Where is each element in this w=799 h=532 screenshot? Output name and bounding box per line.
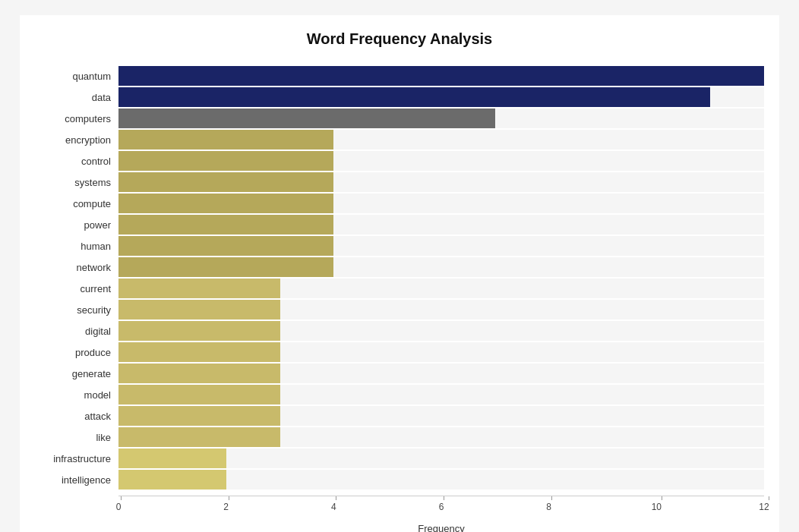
bar-track — [118, 257, 764, 277]
x-tick-label: 2 — [223, 502, 229, 512]
bar-label: generate — [35, 368, 118, 379]
bar-track — [118, 151, 764, 171]
bar-row: encryption — [35, 130, 764, 150]
x-tick: 10 — [656, 496, 666, 512]
bar-row: computers — [35, 109, 764, 128]
bar-track — [118, 406, 764, 426]
bar-label: data — [35, 92, 118, 103]
bar-fill — [118, 406, 280, 426]
bar-label: compute — [35, 198, 118, 209]
bar-track — [118, 364, 764, 383]
bar-row: security — [35, 300, 764, 320]
bar-label: digital — [35, 326, 118, 337]
bar-fill — [118, 300, 280, 320]
x-tick-line — [662, 496, 662, 500]
bar-row: control — [35, 151, 764, 171]
bar-label: attack — [35, 411, 118, 422]
x-tick: 8 — [549, 496, 554, 512]
x-tick-line — [336, 496, 336, 500]
bar-row: like — [35, 427, 764, 447]
bar-track — [118, 449, 764, 468]
bar-row: digital — [35, 321, 764, 341]
bar-fill — [118, 364, 280, 383]
bar-fill — [118, 215, 333, 235]
bar-track — [118, 130, 764, 150]
bar-fill — [118, 321, 280, 341]
bar-fill — [118, 151, 333, 171]
x-tick-label: 0 — [116, 502, 122, 512]
bar-label: current — [35, 283, 118, 294]
bar-track — [118, 109, 764, 128]
bar-fill — [118, 279, 280, 298]
bar-row: intelligence — [35, 470, 764, 490]
x-axis-label: Frequency — [118, 523, 764, 532]
bar-row: produce — [35, 342, 764, 362]
x-axis: 024681012 — [118, 496, 764, 518]
x-tick-line — [121, 496, 122, 500]
bar-fill — [118, 427, 280, 447]
bar-row: quantum — [35, 66, 764, 86]
x-tick-label: 12 — [759, 502, 769, 512]
bar-row: systems — [35, 172, 764, 192]
bar-row: attack — [35, 406, 764, 426]
bar-fill — [118, 449, 226, 468]
bar-fill — [118, 194, 333, 213]
bar-label: intelligence — [35, 474, 118, 486]
x-axis-area: 024681012 Frequency — [35, 496, 764, 532]
bar-track — [118, 470, 764, 490]
bar-label: quantum — [35, 71, 118, 82]
chart-title: Word Frequency Analysis — [35, 30, 764, 48]
chart-area: quantumdatacomputersencryptioncontrolsys… — [35, 66, 764, 491]
bar-track — [118, 236, 764, 256]
x-tick-line — [769, 496, 769, 500]
bar-fill — [118, 470, 226, 490]
bar-row: current — [35, 279, 764, 298]
bar-fill — [118, 257, 333, 277]
bar-label: produce — [35, 347, 118, 358]
bar-row: model — [35, 385, 764, 405]
bar-track — [118, 172, 764, 192]
bar-track — [118, 87, 764, 107]
bar-row: human — [35, 236, 764, 256]
x-tick: 0 — [118, 496, 124, 512]
x-tick-line — [551, 496, 552, 500]
bar-track — [118, 194, 764, 213]
bar-fill — [118, 385, 280, 405]
x-tick-line — [444, 496, 444, 500]
bar-track — [118, 66, 764, 86]
bar-fill — [118, 109, 495, 128]
bar-label: power — [35, 219, 118, 231]
x-tick: 6 — [441, 496, 447, 512]
bar-label: human — [35, 241, 118, 252]
bar-track — [118, 300, 764, 320]
bar-fill — [118, 87, 710, 107]
x-tick-line — [229, 496, 229, 500]
x-tick-label: 4 — [331, 502, 336, 512]
bar-label: infrastructure — [35, 453, 118, 464]
bar-fill — [118, 172, 333, 192]
bar-fill — [118, 236, 333, 256]
bar-label: control — [35, 156, 118, 167]
bar-label: like — [35, 432, 118, 443]
bar-fill — [118, 130, 333, 150]
x-tick-label: 6 — [439, 502, 444, 512]
x-tick: 12 — [764, 496, 774, 512]
bar-row: generate — [35, 364, 764, 383]
bar-fill — [118, 66, 764, 86]
bar-track — [118, 342, 764, 362]
chart-container: Word Frequency Analysis quantumdatacompu… — [20, 15, 779, 532]
bar-label: computers — [35, 113, 118, 124]
bar-fill — [118, 342, 280, 362]
bar-label: security — [35, 304, 118, 316]
x-tick: 2 — [226, 496, 232, 512]
bar-label: network — [35, 262, 118, 273]
bar-track — [118, 279, 764, 298]
bar-row: infrastructure — [35, 449, 764, 468]
x-tick-label: 10 — [652, 502, 662, 512]
bar-label: encryption — [35, 134, 118, 146]
bar-row: power — [35, 215, 764, 235]
bar-row: data — [35, 87, 764, 107]
bar-label: systems — [35, 177, 118, 188]
bar-track — [118, 427, 764, 447]
bar-track — [118, 321, 764, 341]
